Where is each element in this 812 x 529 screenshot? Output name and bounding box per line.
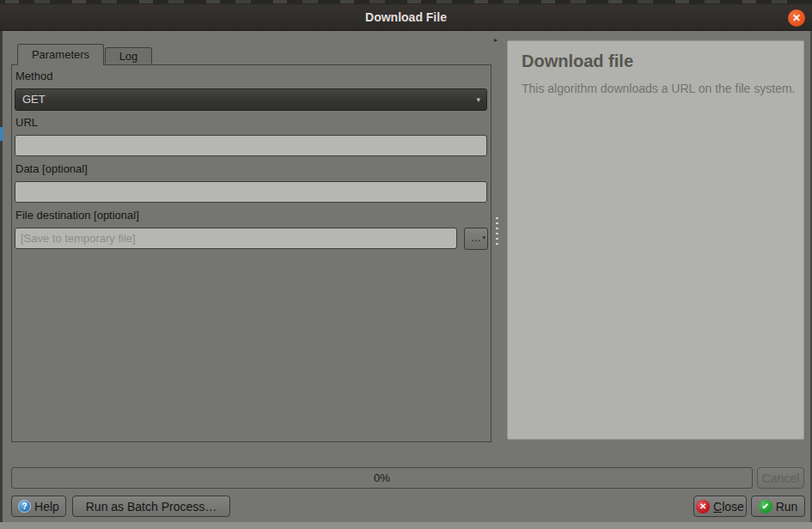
ellipsis-icon: …	[471, 232, 481, 244]
close-icon: ✕	[696, 500, 710, 514]
url-label: URL	[15, 116, 38, 129]
help-button-label: Help	[34, 500, 59, 514]
run-button[interactable]: ✔ Run	[751, 496, 805, 517]
method-select[interactable]: GET ▾	[15, 88, 487, 111]
browse-dropdown-arrow-icon: ▾	[482, 228, 485, 247]
algorithm-help-panel: Download file This algorithm downloads a…	[507, 40, 804, 440]
background-window-toolbar-strip	[0, 522, 812, 529]
tab-parameters[interactable]: Parameters	[17, 44, 104, 65]
cancel-button[interactable]: Cancel	[757, 467, 804, 489]
help-button[interactable]: ? Help	[11, 496, 66, 517]
file-destination-input[interactable]	[15, 228, 457, 249]
chevron-down-icon: ▾	[476, 89, 480, 110]
background-menu-text-ghost	[5, 0, 807, 3]
splitter-collapse-icon[interactable]: ▸	[494, 36, 498, 44]
run-as-batch-button[interactable]: Run as Batch Process…	[72, 496, 230, 517]
splitter-handle[interactable]	[496, 217, 498, 245]
help-icon: ?	[18, 500, 31, 513]
window-close-button[interactable]: ✕	[788, 9, 805, 27]
tab-log[interactable]: Log	[105, 47, 152, 65]
close-button[interactable]: ✕ Close	[693, 496, 747, 517]
close-button-label: Close	[713, 500, 744, 514]
run-button-label: Run	[776, 500, 798, 514]
background-window-left-edge	[0, 6, 3, 522]
method-selected-value: GET	[22, 93, 46, 106]
progress-bar: 0%	[11, 467, 753, 489]
download-file-dialog: Download File ✕ Parameters Log Method GE…	[0, 0, 812, 529]
method-label: Method	[15, 70, 52, 82]
data-label: Data [optional]	[15, 162, 88, 175]
data-input[interactable]	[15, 181, 487, 203]
file-destination-browse-button[interactable]: … ▾	[464, 228, 488, 250]
window-close-icon: ✕	[792, 12, 801, 24]
window-title: Download File	[365, 10, 447, 24]
run-check-icon: ✔	[759, 500, 772, 514]
algorithm-description: This algorithm downloads a URL on the fi…	[522, 82, 797, 97]
algorithm-title: Download file	[522, 52, 790, 71]
parameters-panel	[11, 64, 491, 442]
file-destination-label: File destination [optional]	[15, 209, 139, 222]
progress-percent: 0%	[12, 468, 752, 488]
url-input[interactable]	[15, 135, 487, 156]
titlebar[interactable]: Download File ✕	[0, 4, 812, 31]
background-selection-sliver	[0, 127, 3, 141]
